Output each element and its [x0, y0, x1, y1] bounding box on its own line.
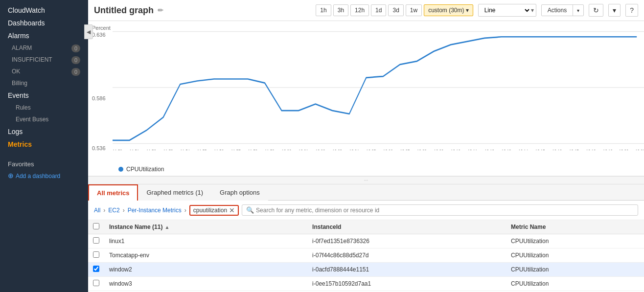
breadcrumb-sep-2: ›	[123, 207, 125, 214]
sort-arrow-icon: ▲	[164, 225, 169, 230]
breadcrumb-ec2[interactable]: EC2	[108, 207, 119, 214]
line-chart: 11:50 11:51 11:52 11:53 11:54 11:55 11:5…	[113, 25, 644, 150]
refresh-icon: ↻	[593, 6, 599, 14]
filter-tag-close-icon[interactable]: ✕	[229, 207, 235, 214]
graphed-metrics-tab[interactable]: Graphed metrics (1)	[138, 184, 211, 201]
instance-name-cell: window2	[104, 263, 307, 277]
sidebar-item-alarm[interactable]: ALARM 0	[0, 42, 88, 54]
sidebar-item-ok[interactable]: OK 0	[0, 66, 88, 77]
bottom-panel: All metrics Graphed metrics (1) Graph op…	[88, 184, 644, 292]
svg-text:12:08: 12:08	[417, 148, 427, 150]
main-content: Untitled graph ✏ 1h 3h 12h 1d 3d 1w cust…	[88, 0, 644, 292]
y-label: Percent	[92, 25, 111, 31]
y-tick-top: 0.636	[92, 32, 106, 38]
instanceid-col-header[interactable]: InstanceId	[307, 220, 506, 234]
svg-text:12:11: 12:11	[468, 148, 478, 150]
time-3h[interactable]: 3h	[333, 4, 348, 16]
search-input[interactable]	[256, 207, 634, 214]
svg-text:12:21: 12:21	[635, 148, 644, 150]
graph-options-tab[interactable]: Graph options	[211, 184, 268, 201]
sidebar-item-insufficient[interactable]: INSUFFICIENT 0	[0, 54, 88, 66]
svg-text:12:06: 12:06	[383, 148, 393, 150]
breadcrumb-all[interactable]: All	[94, 207, 100, 214]
all-metrics-tab[interactable]: All metrics	[88, 184, 138, 201]
actions-dropdown-icon[interactable]: ▾	[573, 6, 583, 15]
chart-legend: CPUUtilization	[113, 164, 170, 175]
sidebar-collapse-button[interactable]: ◀	[84, 24, 93, 39]
row-checkbox-cell[interactable]	[88, 263, 104, 277]
svg-text:11:58: 11:58	[248, 148, 257, 150]
sidebar-item-alarms[interactable]: Alarms	[0, 29, 88, 42]
breadcrumb-sep-1: ›	[103, 207, 105, 214]
help-button[interactable]: ?	[625, 4, 638, 17]
row-checkbox-1[interactable]	[93, 251, 99, 258]
y-tick-bot: 0.536	[92, 145, 106, 151]
top-bar: Untitled graph ✏ 1h 3h 12h 1d 3d 1w cust…	[88, 0, 644, 21]
row-checkbox-cell[interactable]	[88, 248, 104, 263]
table-row: linux1 i-0f7ed1351e8736326 CPUUtilizatio…	[88, 234, 644, 248]
svg-text:11:51: 11:51	[130, 148, 139, 150]
help-icon: ?	[630, 6, 634, 14]
edit-title-icon[interactable]: ✏	[158, 6, 163, 14]
time-1h[interactable]: 1h	[316, 4, 331, 16]
metrics-table: Instance Name (11) ▲ InstanceId Metric N…	[88, 220, 644, 291]
actions-label[interactable]: Actions	[542, 5, 573, 16]
sidebar-item-cloudwatch[interactable]: CloudWatch	[0, 4, 88, 17]
sidebar-item-rules[interactable]: Rules	[0, 102, 88, 113]
svg-text:12:10: 12:10	[451, 148, 460, 150]
svg-text:12:04: 12:04	[349, 148, 359, 150]
breadcrumb-per-instance[interactable]: Per-Instance Metrics	[128, 207, 182, 214]
instanceid-cell: i-07f44c86c88d5d27d	[307, 248, 506, 263]
svg-text:12:03: 12:03	[332, 148, 342, 150]
collapse-icon: ◀	[87, 29, 91, 35]
svg-text:11:56: 11:56	[214, 148, 224, 150]
time-1w[interactable]: 1w	[406, 4, 422, 16]
insufficient-badge: 0	[71, 56, 80, 64]
svg-text:12:14: 12:14	[518, 148, 528, 150]
metric-name-col-header[interactable]: Metric Name	[506, 220, 644, 234]
svg-text:12:05: 12:05	[366, 148, 376, 150]
svg-text:12:13: 12:13	[502, 148, 511, 150]
breadcrumb-sep-3: ›	[184, 207, 186, 214]
time-range-buttons: 1h 3h 12h 1d 3d 1w custom (30m) ▾	[316, 4, 473, 16]
search-box[interactable]: 🔍	[242, 204, 638, 216]
instanceid-cell: i-0acfd7888444e1151	[307, 263, 506, 277]
resize-handle[interactable]: ···	[88, 176, 644, 184]
actions-button[interactable]: Actions ▾	[541, 4, 584, 16]
sidebar-item-event-buses[interactable]: Event Buses	[0, 113, 88, 125]
row-checkbox-cell[interactable]	[88, 277, 104, 291]
svg-text:11:50: 11:50	[113, 148, 122, 150]
refresh-button[interactable]: ↻	[589, 4, 603, 17]
refresh-dropdown-button[interactable]: ▾	[608, 4, 621, 17]
svg-text:12:19: 12:19	[603, 148, 613, 150]
row-checkbox-2[interactable]	[93, 266, 99, 272]
filter-row: All › EC2 › Per-Instance Metrics › cpuut…	[88, 201, 644, 220]
filter-tag-text: cpuutilization	[193, 207, 227, 214]
chart-type-selector[interactable]: Line Area Stacked area Number Pie ▾	[478, 4, 536, 17]
time-3d[interactable]: 3d	[388, 4, 403, 16]
row-checkbox-0[interactable]	[93, 237, 99, 244]
instance-name-col-header[interactable]: Instance Name (11) ▲	[104, 220, 307, 234]
time-custom[interactable]: custom (30m) ▾	[424, 4, 473, 16]
tab-row: All metrics Graphed metrics (1) Graph op…	[88, 184, 644, 201]
add-dashboard-link[interactable]: ⊕ Add a dashboard	[0, 170, 88, 181]
row-checkbox-cell[interactable]	[88, 234, 104, 248]
row-checkbox-3[interactable]	[93, 280, 99, 286]
sidebar-item-events[interactable]: Events	[0, 89, 88, 102]
metric-name-cell: CPUUtilization	[506, 234, 644, 248]
svg-text:12:09: 12:09	[434, 148, 444, 150]
sidebar-item-dashboards[interactable]: Dashboards	[0, 17, 88, 29]
sidebar-favorites-label: Favorites	[0, 156, 88, 170]
svg-text:12:02: 12:02	[316, 148, 325, 150]
graph-title-text: Untitled graph	[94, 5, 154, 16]
svg-text:12:16: 12:16	[552, 148, 562, 150]
svg-text:11:57: 11:57	[231, 148, 241, 150]
select-all-checkbox[interactable]	[93, 223, 99, 229]
time-12h[interactable]: 12h	[350, 4, 369, 16]
sidebar-item-billing[interactable]: Billing	[0, 77, 88, 89]
sidebar-item-metrics[interactable]: Metrics	[0, 138, 88, 151]
chart-type-chevron-icon: ▾	[531, 7, 536, 14]
chart-type-dropdown[interactable]: Line Area Stacked area Number Pie	[479, 4, 531, 16]
time-1d[interactable]: 1d	[371, 4, 386, 16]
sidebar-item-logs[interactable]: Logs	[0, 125, 88, 138]
